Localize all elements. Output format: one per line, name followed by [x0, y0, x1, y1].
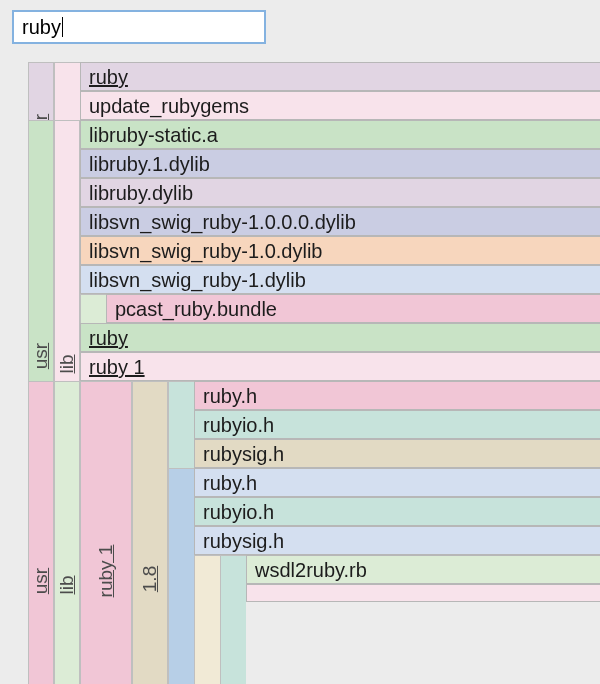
result-row[interactable]: rubyio.h — [194, 497, 600, 526]
result-row[interactable]: wsdl2ruby.rb — [246, 555, 600, 584]
result-row[interactable]: libruby.dylib — [80, 178, 600, 207]
path-label: usr — [30, 343, 52, 369]
result-row[interactable]: ruby.h — [194, 381, 600, 410]
result-row[interactable] — [246, 584, 600, 602]
path-label: ruby 1 — [95, 545, 117, 598]
result-row[interactable]: ruby.h — [194, 468, 600, 497]
path-col[interactable] — [80, 294, 106, 323]
result-row[interactable]: libsvn_swig_ruby-1.0.0.0.dylib — [80, 207, 600, 236]
path-label: usr — [30, 568, 52, 594]
result-row[interactable]: ruby — [80, 62, 600, 91]
result-row[interactable]: pcast_ruby.bundle — [106, 294, 600, 323]
path-col-lib[interactable]: lib — [54, 381, 80, 684]
search-field[interactable] — [12, 10, 266, 44]
path-col[interactable] — [194, 555, 220, 684]
search-input[interactable] — [12, 10, 266, 44]
path-label: 1.8 — [139, 566, 161, 592]
result-row[interactable]: libsvn_swig_ruby-1.dylib — [80, 265, 600, 294]
result-row[interactable]: update_rubygems — [80, 91, 600, 120]
result-row[interactable]: rubysig.h — [194, 439, 600, 468]
path-col[interactable] — [220, 555, 246, 684]
path-label: lib — [56, 575, 78, 594]
path-col[interactable] — [168, 468, 194, 684]
result-row[interactable]: libruby.1.dylib — [80, 149, 600, 178]
result-row[interactable]: ruby — [80, 323, 600, 352]
result-row[interactable]: libruby-static.a — [80, 120, 600, 149]
path-col-ruby1[interactable]: ruby 1 — [80, 381, 132, 684]
path-label: lib — [56, 354, 78, 373]
result-row[interactable]: rubysig.h — [194, 526, 600, 555]
path-col[interactable] — [168, 381, 194, 468]
result-row[interactable]: libsvn_swig_ruby-1.0.dylib — [80, 236, 600, 265]
text-caret — [62, 17, 63, 37]
result-row[interactable]: ruby 1 — [80, 352, 600, 381]
path-col-1-8[interactable]: 1.8 — [132, 381, 168, 684]
path-col-usr[interactable]: usr — [28, 381, 54, 684]
result-row[interactable]: rubyio.h — [194, 410, 600, 439]
